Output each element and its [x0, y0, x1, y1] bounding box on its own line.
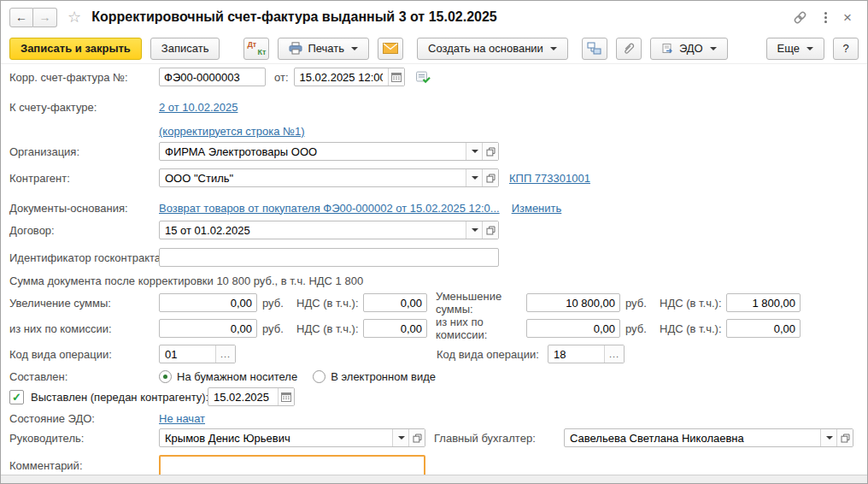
composed-label: Составлен:: [9, 370, 159, 383]
row-to-invoice: К счету-фактуре: 2 от 10.02.2025: [9, 97, 859, 116]
corr-invoice-number-input[interactable]: [159, 68, 266, 86]
get-link-icon[interactable]: [792, 9, 808, 26]
show-postings-button[interactable]: ДтКт: [243, 38, 269, 60]
commission-left-sum-input[interactable]: [159, 319, 257, 338]
back-button[interactable]: ←: [9, 8, 33, 27]
caret-down-icon: [398, 436, 405, 440]
op-code-right-select-button[interactable]: ...: [604, 345, 624, 363]
open-link-icon: [486, 147, 496, 156]
change-base-documents-link[interactable]: Изменить: [512, 202, 562, 215]
contract-dropdown-button[interactable]: [466, 221, 482, 239]
row-comment: Комментарий:: [9, 454, 859, 476]
contract-open-button[interactable]: [482, 221, 498, 239]
caret-down-icon: [351, 47, 358, 50]
corr-invoice-datetime-input[interactable]: [295, 68, 388, 86]
vat-label: НДС (в т.ч.):: [296, 297, 363, 310]
organization-dropdown-button[interactable]: [466, 143, 482, 160]
op-code-left-select-button[interactable]: ...: [215, 345, 235, 363]
commission-right-sum-input[interactable]: [526, 319, 620, 338]
window-footer: [1, 475, 867, 483]
contract-input[interactable]: [160, 221, 466, 239]
issued-date-input[interactable]: [208, 388, 278, 405]
comment-input[interactable]: [159, 455, 425, 476]
row-op-codes: Код вида операции: ... Код вида операции…: [9, 345, 859, 363]
organization-open-button[interactable]: [482, 143, 498, 160]
to-invoice-link[interactable]: 2 от 10.02.2025: [159, 101, 238, 114]
counterparty-input[interactable]: [160, 169, 466, 186]
op-code-right-field: ...: [548, 345, 625, 363]
subordination-structure-button[interactable]: [582, 38, 607, 60]
open-link-icon: [841, 434, 850, 443]
increase-vat-input[interactable]: [363, 293, 427, 312]
forward-button[interactable]: →: [33, 8, 57, 27]
close-icon[interactable]: ×: [843, 10, 852, 25]
caret-down-icon: [826, 436, 833, 440]
create-on-basis-label: Создать на основании: [428, 42, 543, 55]
save-and-close-button[interactable]: Записать и закрыть: [9, 38, 142, 60]
row-composed: Составлен: На бумажном носителе В электр…: [9, 369, 859, 384]
send-email-button[interactable]: [378, 38, 403, 60]
radio-paper-label[interactable]: На бумажном носителе: [177, 370, 297, 383]
edo-state-link[interactable]: Не начат: [159, 412, 205, 425]
gov-contract-input[interactable]: [159, 248, 499, 267]
issued-label[interactable]: Выставлен (передан контрагенту):: [31, 391, 199, 404]
radio-paper[interactable]: [159, 370, 172, 383]
edo-button[interactable]: ЭДО: [650, 38, 728, 60]
rub-label: руб.: [625, 297, 649, 310]
commission-left-label: из них по комиссии:: [9, 322, 159, 335]
envelope-icon: [383, 43, 398, 54]
commission-right-vat-input[interactable]: [726, 319, 801, 338]
rub-label: руб.: [625, 322, 649, 335]
save-and-close-label: Записать и закрыть: [21, 42, 131, 55]
vat-label: НДС (в т.ч.):: [660, 322, 726, 335]
commission-left-vat-input[interactable]: [363, 319, 427, 338]
save-label: Записать: [161, 42, 209, 55]
more-menu-kebab-icon[interactable]: [823, 10, 829, 25]
favorite-star-icon[interactable]: ☆: [67, 9, 81, 25]
row-base-documents: Документы-основания: Возврат товаров от …: [9, 198, 859, 217]
counterparty-dropdown-button[interactable]: [466, 169, 482, 186]
help-button[interactable]: ?: [833, 38, 859, 60]
op-code-left-input[interactable]: [160, 345, 215, 363]
decrease-sum-input[interactable]: [526, 293, 620, 312]
chief-accountant-input[interactable]: [565, 429, 820, 446]
organization-input[interactable]: [160, 143, 466, 160]
row-issued: ✓ Выставлен (передан контрагенту):: [9, 387, 859, 406]
corrected-row-link[interactable]: (корректируется строка №1): [159, 125, 305, 138]
issued-calendar-button[interactable]: [278, 388, 294, 405]
manager-input[interactable]: [160, 429, 392, 446]
radio-electronic[interactable]: [313, 370, 326, 383]
decrease-vat-input[interactable]: [726, 293, 801, 312]
from-label: от:: [274, 71, 289, 84]
manager-dropdown-button[interactable]: [392, 429, 408, 446]
calendar-picker-button[interactable]: [388, 68, 404, 86]
print-button[interactable]: Печать: [278, 38, 369, 60]
caret-down-icon: [806, 47, 813, 50]
open-link-icon: [486, 226, 496, 235]
counterparty-open-button[interactable]: [482, 169, 498, 186]
increase-sum-input[interactable]: [159, 293, 257, 312]
row-corrected-row: (корректируется строка №1): [9, 121, 859, 140]
edo-document-icon: [661, 43, 674, 55]
chief-accountant-open-button[interactable]: [836, 429, 853, 446]
caret-down-icon: [710, 47, 717, 50]
row-signers: Руководитель: Главный бухгалтер:: [9, 428, 859, 447]
issued-checkbox[interactable]: ✓: [9, 390, 24, 404]
manager-open-button[interactable]: [408, 429, 425, 446]
save-button[interactable]: Записать: [150, 38, 220, 60]
create-on-basis-button[interactable]: Создать на основании: [417, 38, 568, 60]
kpp-link[interactable]: КПП 773301001: [509, 172, 590, 185]
chief-accountant-dropdown-button[interactable]: [820, 429, 836, 446]
row-counterparty: Контрагент: КПП 773301001: [9, 168, 859, 187]
forward-arrow-icon: →: [39, 10, 51, 24]
radio-electronic-label[interactable]: В электронном виде: [331, 370, 436, 383]
total-summary-text: Сумма документа после корректировки 10 8…: [9, 274, 363, 287]
more-button[interactable]: Еще: [766, 38, 824, 60]
corr-invoice-date-field: [294, 68, 405, 86]
base-documents-link[interactable]: Возврат товаров от покупателя ФЭ00-00000…: [159, 202, 500, 215]
caret-down-icon: [550, 47, 557, 50]
attachments-button[interactable]: [616, 38, 642, 60]
printer-icon: [289, 42, 302, 55]
manager-label: Руководитель:: [9, 432, 159, 445]
op-code-right-input[interactable]: [548, 345, 604, 363]
